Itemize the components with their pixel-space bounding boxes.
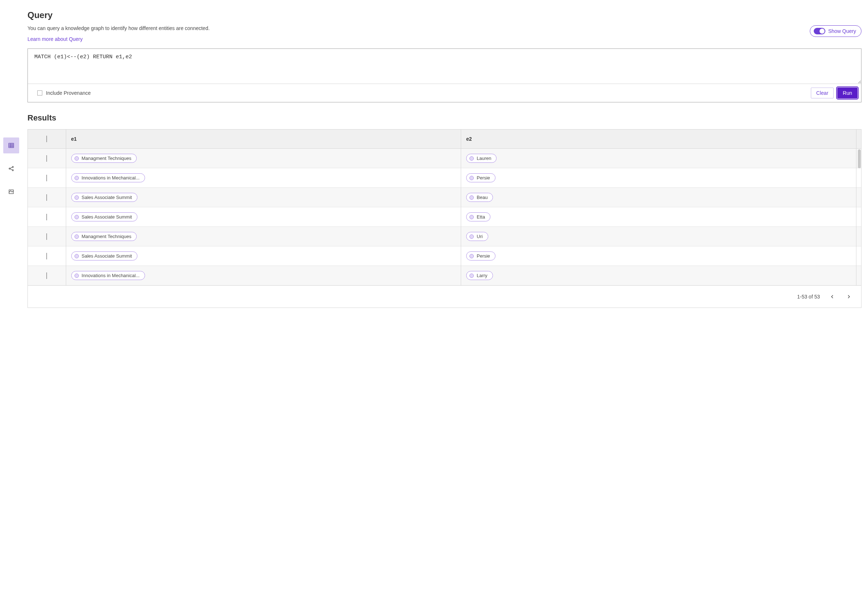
checkbox-icon — [46, 272, 47, 279]
entity-pill[interactable]: Larry — [466, 271, 493, 280]
toggle-switch-icon — [814, 28, 825, 34]
table-row: Managment TechniquesLauren — [28, 149, 861, 168]
checkbox-icon — [37, 90, 42, 95]
dot-icon — [470, 273, 474, 278]
dot-icon — [470, 176, 474, 180]
dot-icon — [74, 215, 79, 219]
pagination-prev[interactable] — [828, 292, 837, 301]
sidebar — [0, 0, 22, 308]
dot-icon — [74, 156, 79, 161]
card-icon — [8, 188, 14, 195]
include-provenance-label: Include Provenance — [46, 90, 91, 96]
entity-label: Persie — [477, 175, 490, 180]
entity-label: Lauren — [477, 155, 491, 161]
row-select[interactable] — [28, 168, 66, 188]
entity-label: Innovations in Mechanical... — [82, 175, 140, 180]
dot-icon — [74, 235, 79, 239]
pagination-next[interactable] — [845, 292, 853, 301]
cell-spacer — [856, 266, 861, 286]
svg-line-9 — [10, 169, 12, 170]
entity-label: Sales Associate Summit — [82, 253, 132, 259]
column-header-e2[interactable]: e2 — [461, 129, 856, 149]
row-select[interactable] — [28, 188, 66, 207]
column-spacer — [856, 129, 861, 149]
table-icon — [8, 142, 14, 149]
dot-icon — [470, 215, 474, 219]
entity-pill[interactable]: Sales Associate Summit — [71, 252, 138, 261]
page-subtitle: You can query a knowledge graph to ident… — [28, 25, 210, 31]
checkbox-icon — [46, 233, 47, 240]
entity-label: Sales Associate Summit — [82, 214, 132, 220]
entity-pill[interactable]: Innovations in Mechanical... — [71, 173, 145, 182]
row-select[interactable] — [28, 207, 66, 227]
entity-pill[interactable]: Etta — [466, 212, 490, 221]
entity-pill[interactable]: Persie — [466, 252, 496, 261]
entity-pill[interactable]: Sales Associate Summit — [71, 193, 138, 202]
svg-point-6 — [12, 166, 13, 168]
query-textarea[interactable] — [28, 49, 861, 84]
query-editor: Include Provenance Clear Run — [28, 48, 862, 103]
dot-icon — [74, 176, 79, 180]
cell-spacer — [856, 246, 861, 266]
scrollbar[interactable] — [858, 149, 861, 168]
entity-pill[interactable]: Innovations in Mechanical... — [71, 271, 145, 280]
show-query-label: Show Query — [828, 28, 856, 34]
svg-rect-0 — [9, 143, 14, 148]
cell-spacer — [856, 227, 861, 246]
chevron-right-icon — [846, 294, 852, 300]
entity-pill[interactable]: Sales Associate Summit — [71, 212, 138, 221]
dot-icon — [470, 254, 474, 258]
table-row: Managment TechniquesUri — [28, 227, 861, 246]
run-button[interactable]: Run — [837, 87, 857, 98]
sidebar-table-view[interactable] — [3, 137, 19, 154]
column-header-e1[interactable]: e1 — [66, 129, 461, 149]
entity-label: Uri — [477, 234, 483, 239]
entity-pill[interactable]: Managment Techniques — [71, 232, 137, 241]
entity-label: Larry — [477, 273, 488, 278]
row-select[interactable] — [28, 246, 66, 266]
cell-spacer — [856, 168, 861, 188]
clear-button[interactable]: Clear — [811, 87, 834, 98]
entity-label: Beau — [477, 195, 488, 200]
dot-icon — [74, 195, 79, 200]
table-row: Innovations in Mechanical...Larry — [28, 266, 861, 286]
dot-icon — [74, 273, 79, 278]
checkbox-icon — [46, 194, 47, 201]
table-row: Sales Associate SummitEtta — [28, 207, 861, 227]
entity-pill[interactable]: Lauren — [466, 154, 497, 163]
table-row: Sales Associate SummitPersie — [28, 246, 861, 266]
select-all-header[interactable] — [28, 129, 66, 149]
pagination-range: 1-53 of 53 — [797, 294, 820, 300]
entity-pill[interactable]: Beau — [466, 193, 493, 202]
entity-label: Sales Associate Summit — [82, 195, 132, 200]
cell-spacer — [856, 188, 861, 207]
row-select[interactable] — [28, 149, 66, 168]
results-table: e1 e2 Managment TechniquesLaurenInnovati… — [28, 129, 862, 308]
table-row: Innovations in Mechanical...Persie — [28, 168, 861, 188]
results-title: Results — [28, 113, 862, 123]
page-title: Query — [28, 10, 862, 20]
include-provenance-checkbox[interactable]: Include Provenance — [37, 90, 91, 96]
checkbox-icon — [46, 175, 47, 181]
dot-icon — [74, 254, 79, 258]
graph-icon — [8, 165, 14, 172]
entity-pill[interactable]: Persie — [466, 173, 496, 182]
entity-label: Persie — [477, 253, 490, 259]
svg-point-7 — [12, 170, 13, 171]
row-select[interactable] — [28, 266, 66, 286]
show-query-toggle[interactable]: Show Query — [810, 25, 862, 37]
cell-spacer — [856, 207, 861, 227]
learn-more-link[interactable]: Learn more about Query — [28, 36, 83, 42]
entity-pill[interactable]: Uri — [466, 232, 488, 241]
entity-label: Managment Techniques — [82, 155, 132, 161]
entity-label: Managment Techniques — [82, 234, 132, 239]
sidebar-card-view[interactable] — [3, 184, 19, 200]
svg-line-8 — [10, 167, 12, 168]
entity-label: Etta — [477, 214, 485, 220]
dot-icon — [470, 156, 474, 161]
sidebar-graph-view[interactable] — [3, 161, 19, 177]
row-select[interactable] — [28, 227, 66, 246]
entity-pill[interactable]: Managment Techniques — [71, 154, 137, 163]
checkbox-icon — [46, 214, 47, 220]
entity-label: Innovations in Mechanical... — [82, 273, 140, 278]
